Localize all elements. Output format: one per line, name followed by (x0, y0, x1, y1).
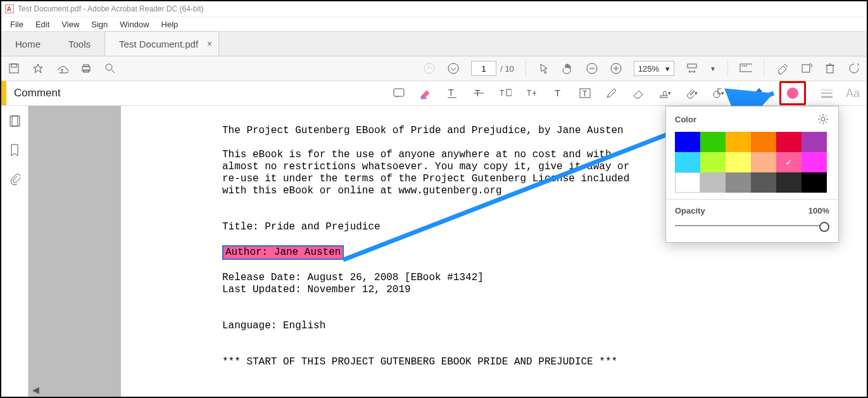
svg-point-8 (106, 64, 112, 70)
page-down-icon[interactable] (447, 62, 460, 75)
menu-edit[interactable]: Edit (30, 18, 54, 30)
svg-point-21 (746, 65, 747, 67)
color-swatch[interactable] (675, 152, 700, 172)
main-toolbar: / 10 125% ▾ ▼ (1, 56, 867, 81)
underline-icon[interactable]: T (446, 87, 458, 100)
current-color-dot (787, 87, 798, 99)
highlight-icon[interactable] (419, 87, 432, 100)
zoom-in-icon[interactable] (610, 62, 622, 75)
find-icon[interactable] (104, 62, 116, 75)
zoom-select[interactable]: 125% ▾ (634, 61, 674, 76)
menu-help[interactable]: Help (156, 18, 184, 30)
svg-rect-3 (11, 64, 16, 67)
shapes-icon[interactable]: ▾ (712, 87, 724, 100)
thumbnails-icon[interactable] (8, 115, 21, 127)
color-swatch[interactable] (776, 152, 802, 172)
color-swatch[interactable] (675, 132, 700, 152)
color-swatch[interactable] (802, 132, 827, 152)
chevron-down-icon[interactable]: ▼ (710, 65, 716, 72)
zoom-out-icon[interactable] (586, 62, 598, 75)
cloud-upload-icon[interactable] (56, 62, 68, 75)
color-swatch[interactable] (675, 172, 700, 193)
insert-text-icon[interactable]: T (525, 87, 538, 100)
close-tab-icon[interactable]: × (207, 39, 212, 49)
tab-tools[interactable]: Tools (54, 32, 104, 56)
tab-home[interactable]: Home (1, 32, 54, 56)
bookmark-ribbon-icon[interactable] (8, 144, 21, 157)
line-thickness-icon[interactable] (820, 87, 833, 100)
highlighted-author[interactable]: Author: Jane Austen (222, 245, 344, 260)
chevron-down-icon: ▾ (665, 64, 670, 74)
attachments-clip-icon[interactable] (8, 173, 21, 186)
draw-pencil-icon[interactable] (605, 87, 618, 100)
menu-sign[interactable]: Sign (86, 18, 113, 30)
attach-icon[interactable]: ▾ (685, 87, 698, 100)
sticky-note-icon[interactable] (393, 87, 405, 100)
menu-file[interactable]: File (5, 18, 28, 30)
svg-text:T: T (500, 89, 505, 98)
svg-rect-46 (12, 116, 20, 126)
save-icon[interactable] (8, 62, 20, 75)
select-arrow-icon[interactable] (538, 62, 550, 75)
svg-line-9 (111, 70, 115, 73)
color-swatch[interactable] (751, 132, 776, 152)
crop-rotate-icon[interactable] (800, 62, 812, 75)
color-swatch[interactable] (802, 172, 827, 193)
color-swatch[interactable] (700, 132, 726, 152)
color-swatch[interactable] (726, 152, 751, 172)
collapse-chevron-icon[interactable]: ◀ (32, 385, 39, 395)
svg-text:T: T (527, 89, 532, 98)
svg-rect-18 (740, 64, 752, 72)
menubar: File Edit View Sign Window Help (1, 17, 867, 32)
page-current-field[interactable] (471, 61, 496, 76)
star-icon[interactable] (32, 62, 44, 75)
svg-rect-24 (827, 65, 833, 73)
textbox-icon[interactable]: T (579, 87, 591, 100)
color-swatch[interactable] (726, 172, 751, 193)
color-swatch[interactable] (726, 132, 751, 152)
comment-label: Comment (14, 87, 61, 100)
tab-document[interactable]: Test Document.pdf × (104, 31, 219, 56)
color-swatch[interactable] (776, 132, 802, 152)
color-swatch[interactable] (802, 152, 827, 172)
page-up-icon[interactable] (423, 62, 436, 75)
add-text-icon[interactable]: T (552, 87, 565, 100)
opacity-slider[interactable] (675, 221, 829, 231)
gear-icon[interactable] (817, 113, 829, 125)
color-swatch[interactable] (751, 152, 776, 172)
color-swatch[interactable] (751, 172, 776, 193)
stamp-icon[interactable]: ▾ (658, 87, 671, 100)
svg-point-47 (821, 117, 825, 121)
svg-point-40 (714, 91, 720, 98)
read-mode-icon[interactable] (739, 62, 752, 75)
trash-icon[interactable] (824, 62, 836, 75)
fit-width-icon[interactable] (686, 62, 698, 75)
comment-accent-stripe (1, 81, 6, 105)
rotate-icon[interactable] (848, 62, 860, 75)
eraser-icon[interactable] (632, 87, 645, 100)
color-swatch[interactable] (700, 152, 726, 172)
print-icon[interactable] (80, 62, 92, 75)
svg-point-20 (744, 65, 745, 67)
svg-text:T: T (555, 87, 560, 98)
svg-rect-23 (802, 65, 810, 72)
page-gutter: ◀ (28, 106, 121, 398)
svg-text:A: A (7, 6, 11, 13)
erase-sign-icon[interactable] (776, 62, 788, 75)
doc-language-line: Language: English (222, 320, 867, 332)
svg-rect-34 (506, 89, 512, 96)
svg-rect-2 (9, 64, 18, 73)
menu-view[interactable]: View (56, 18, 84, 30)
menu-window[interactable]: Window (115, 18, 154, 30)
pin-icon[interactable] (753, 87, 765, 100)
text-style-icon[interactable]: Aa (846, 87, 859, 100)
strikethrough-icon[interactable]: T (472, 87, 485, 100)
svg-rect-45 (10, 116, 18, 126)
color-swatch[interactable] (776, 172, 802, 193)
hand-pan-icon[interactable] (562, 62, 574, 75)
tabstrip: Home Tools Test Document.pdf × (1, 32, 867, 56)
color-swatch[interactable] (700, 172, 726, 193)
current-color-button[interactable] (779, 81, 806, 105)
page-number-input[interactable]: / 10 (471, 61, 514, 76)
replace-text-icon[interactable]: T (499, 87, 512, 100)
